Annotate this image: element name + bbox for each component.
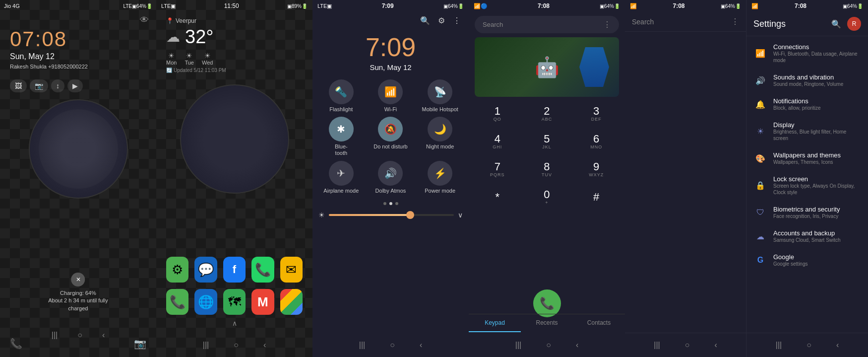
- app-whatsapp[interactable]: 📞: [251, 257, 274, 283]
- settings-nav-recents[interactable]: |||: [776, 341, 782, 350]
- key-3[interactable]: 3 DEF: [576, 101, 616, 127]
- share-shortcut[interactable]: ↕: [51, 79, 64, 92]
- biometrics-icon: 🛡: [753, 206, 767, 219]
- key-7[interactable]: 7 PQRS: [478, 156, 517, 182]
- settings-nav-back[interactable]: ‹: [836, 341, 839, 350]
- app-chrome[interactable]: [280, 289, 303, 315]
- tab-contacts[interactable]: Contacts: [573, 314, 625, 332]
- key-0[interactable]: 0 +: [527, 184, 566, 210]
- settings-item-lockscreen[interactable]: 🔒 Lock screen Screen lock type, Always O…: [746, 170, 868, 201]
- qs-tile-dolby[interactable]: 🔊 Dolby Atmos: [368, 161, 414, 194]
- gallery-shortcut[interactable]: 🖼: [10, 79, 27, 92]
- brightness-track[interactable]: [329, 214, 454, 216]
- brightness-thumb[interactable]: [406, 211, 414, 219]
- app-settings[interactable]: ⚙: [166, 257, 188, 283]
- settings-left-nav-recents[interactable]: |||: [654, 341, 660, 350]
- qs-dot-1[interactable]: [383, 202, 386, 205]
- power-label: Power mode: [425, 188, 455, 194]
- dialer-more-icon[interactable]: ⋮: [603, 20, 611, 29]
- app-maps[interactable]: 🗺: [223, 289, 246, 315]
- dialer-search-bar[interactable]: Search ⋮: [475, 16, 619, 33]
- qs-tile-airplane[interactable]: ✈ Airplane mode: [318, 161, 364, 194]
- settings-item-connections[interactable]: 📶 Connections Wi-Fi, Bluetooth, Data usa…: [746, 38, 868, 69]
- home-nav-back[interactable]: ‹: [263, 341, 266, 350]
- key-9[interactable]: 9 WXYZ: [576, 156, 616, 182]
- key-hash[interactable]: #: [576, 184, 616, 210]
- dialer-nav-back[interactable]: ‹: [576, 341, 578, 350]
- app-browser[interactable]: 🌐: [194, 289, 217, 315]
- connections-sub: Wi-Fi, Bluetooth, Data usage, Airplane m…: [773, 51, 861, 64]
- qs-tile-flashlight[interactable]: 🔦 Flashlight: [318, 79, 364, 113]
- dismiss-charging-btn[interactable]: ✕: [71, 273, 85, 286]
- play-shortcut[interactable]: ▶: [67, 79, 83, 92]
- settings-search-icon[interactable]: 🔍: [831, 19, 841, 29]
- eye-icon[interactable]: 👁: [140, 15, 149, 25]
- settings-item-display[interactable]: ☀ Display Brightness, Blue light filter,…: [746, 116, 868, 146]
- brightness-expand-icon[interactable]: ∨: [458, 211, 463, 219]
- home-nav-recents[interactable]: |||: [203, 341, 209, 350]
- settings-nav-home[interactable]: ○: [806, 341, 811, 350]
- qs-tile-nightmode[interactable]: 🌙 Night mode: [417, 117, 463, 156]
- qs-nav-home[interactable]: ○: [390, 341, 395, 350]
- settings-item-biometrics[interactable]: 🛡 Biometrics and security Face recogniti…: [746, 201, 868, 224]
- settings-search-bar[interactable]: Search ⋮: [625, 12, 746, 32]
- tab-recents[interactable]: Recents: [521, 314, 573, 332]
- airplane-icon: ✈: [329, 161, 354, 186]
- qs-page-dots: [312, 198, 469, 209]
- dialer-nav-recents[interactable]: |||: [515, 341, 521, 350]
- qs-tile-dnd[interactable]: 🔕 Do not disturb: [368, 117, 414, 156]
- key-5[interactable]: 5 JKL: [527, 129, 566, 154]
- settings-item-google[interactable]: G Google Google settings: [746, 248, 868, 272]
- app-email[interactable]: ✉: [280, 257, 303, 283]
- app-phone[interactable]: 📞: [166, 289, 188, 315]
- app-messages[interactable]: 💬: [194, 257, 217, 283]
- dialer-nav-home[interactable]: ○: [546, 341, 551, 350]
- key-8[interactable]: 8 TUV: [527, 156, 566, 182]
- qs-dot-3[interactable]: [395, 202, 398, 205]
- weather-widget[interactable]: 📍 Veerpur ☁ 32° ☀ Mon ☀ Tue ☀ Wed 🔄 Upda…: [166, 17, 226, 73]
- settings-more-icon[interactable]: ⋮: [731, 17, 739, 26]
- user-avatar[interactable]: R: [847, 17, 861, 31]
- call-button[interactable]: 📞: [533, 289, 561, 317]
- swipe-up-arrow[interactable]: ∧: [232, 319, 237, 327]
- key-6[interactable]: 6 MNO: [576, 129, 616, 154]
- settings-item-accounts[interactable]: ☁ Accounts and backup Samsung Cloud, Sma…: [746, 224, 868, 248]
- settings-item-notifications[interactable]: 🔔 Notifications Block, allow, prioritize: [746, 92, 868, 116]
- key-star[interactable]: *: [478, 184, 517, 210]
- qs-tile-bluetooth[interactable]: ✱ Blue-tooth: [318, 117, 364, 156]
- qs-big-time: 7:09: [312, 27, 469, 63]
- notifications-sub: Block, allow, prioritize: [773, 105, 861, 111]
- home-nav-home[interactable]: ○: [234, 341, 239, 350]
- camera-shortcut[interactable]: 📷: [30, 79, 48, 92]
- key-4[interactable]: 4 GHI: [478, 129, 517, 154]
- search-icon[interactable]: 🔍: [420, 16, 430, 25]
- settings-icon[interactable]: ⚙: [438, 16, 445, 25]
- qs-tile-power[interactable]: ⚡ Power mode: [417, 161, 463, 194]
- nav-back[interactable]: ‹: [102, 331, 105, 340]
- tab-keypad[interactable]: Keypad: [469, 314, 521, 332]
- nav-recents[interactable]: |||: [52, 331, 58, 340]
- qs-tile-wifi[interactable]: 📶 Wi-Fi: [368, 79, 414, 113]
- more-icon[interactable]: ⋮: [453, 16, 461, 25]
- qs-brightness-bar[interactable]: ☀ ∨: [312, 209, 469, 223]
- settings-item-wallpapers[interactable]: 🎨 Wallpapers and themes Wallpapers, Them…: [746, 146, 868, 170]
- settings-item-sounds[interactable]: 🔊 Sounds and vibration Sound mode, Ringt…: [746, 69, 868, 92]
- keypad-row-3: 7 PQRS 8 TUV 9 WXYZ: [473, 156, 621, 182]
- settings-left-nav-home[interactable]: ○: [685, 341, 690, 350]
- qs-nav-recents[interactable]: |||: [359, 341, 365, 350]
- dialer-nav-bar: ||| ○ ‹: [469, 341, 625, 350]
- dialer-status-bar: 📶🔵 7:08 ▣64%🔋: [469, 0, 625, 12]
- app-facebook[interactable]: f: [223, 257, 246, 283]
- settings-left-nav-back[interactable]: ‹: [714, 341, 717, 350]
- forecast-tue: ☀ Tue: [185, 52, 194, 66]
- qs-nav-back[interactable]: ‹: [420, 341, 422, 350]
- nav-home[interactable]: ○: [77, 331, 82, 340]
- key-1[interactable]: 1 QO: [478, 101, 517, 127]
- temperature-display: 32°: [185, 26, 213, 48]
- dnd-label: Do not disturb: [373, 143, 407, 150]
- qs-tile-hotspot[interactable]: 📡 Mobile Hotspot: [417, 79, 463, 113]
- lock-circle-inner: [39, 109, 118, 189]
- qs-dot-2[interactable]: [389, 202, 392, 205]
- app-gmail[interactable]: M: [251, 289, 274, 315]
- key-2[interactable]: 2 ABC: [527, 101, 566, 127]
